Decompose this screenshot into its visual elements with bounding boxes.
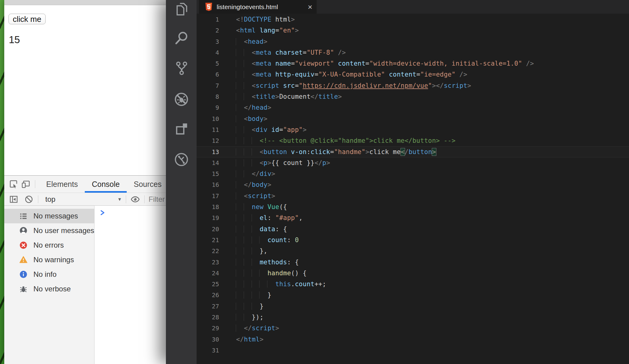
sidebar-item-verbose[interactable]: No verbose xyxy=(4,282,94,296)
tab-elements[interactable]: Elements xyxy=(39,176,85,193)
search-icon[interactable] xyxy=(166,27,197,49)
count-value: 15 xyxy=(9,34,20,46)
context-selector[interactable]: top ▼ xyxy=(45,195,122,204)
sidebar-item-errors[interactable]: No errors xyxy=(4,238,94,252)
close-icon[interactable]: × xyxy=(308,3,312,11)
sidebar-item-label: No user messages xyxy=(33,226,94,235)
source-control-icon[interactable] xyxy=(166,57,197,79)
sidebar-item-user-messages[interactable]: No user messages xyxy=(4,223,94,238)
user-icon xyxy=(19,227,27,235)
debug-icon[interactable] xyxy=(166,88,197,110)
explorer-icon[interactable] xyxy=(166,0,197,20)
sidebar-item-warnings[interactable]: No warnings xyxy=(4,252,94,267)
sidebar-item-label: No warnings xyxy=(33,256,94,264)
code-editor[interactable]: 1<!DOCTYPE html>2<html lang="en">3 <head… xyxy=(197,14,629,364)
bug-icon xyxy=(19,285,27,293)
inspect-element-icon[interactable] xyxy=(9,179,19,189)
tab-filename: listeningtoevents.html xyxy=(217,3,304,11)
editor-tab-bar: listeningtoevents.html × xyxy=(197,0,629,14)
toolbar-separator xyxy=(126,195,126,203)
tab-console[interactable]: Console xyxy=(85,176,127,193)
tab-sources[interactable]: Sources xyxy=(127,176,169,193)
sidebar-item-all-messages[interactable]: No messages xyxy=(4,209,94,223)
sidebar-item-label: No verbose xyxy=(33,285,94,293)
error-icon xyxy=(19,241,27,249)
toolbar-separator xyxy=(38,195,38,203)
toolbar-separator xyxy=(144,195,145,203)
sidebar-item-label: No info xyxy=(33,270,94,279)
device-toolbar-icon[interactable] xyxy=(21,179,31,189)
desktop-wallpaper: click me 15 Elements Console Sources xyxy=(0,0,629,364)
message-list-icon xyxy=(19,212,27,220)
editor-tab[interactable]: listeningtoevents.html × xyxy=(199,0,317,14)
warning-icon xyxy=(19,256,27,264)
code-lines[interactable]: 1<!DOCTYPE html>2<html lang="en">3 <head… xyxy=(197,14,629,356)
console-sidebar: No messages No user messages No errors N… xyxy=(4,206,95,364)
info-icon xyxy=(19,270,27,278)
console-sidebar-toggle-icon[interactable] xyxy=(9,194,19,204)
clear-console-icon[interactable] xyxy=(24,194,34,204)
devtools-tabs: Elements Console Sources xyxy=(39,176,169,193)
chevron-down-icon: ▼ xyxy=(117,197,122,202)
vscode-window: listeningtoevents.html × 1<!DOCTYPE html… xyxy=(166,0,629,364)
sidebar-item-label: No messages xyxy=(33,212,94,220)
toolbar-separator xyxy=(35,180,35,188)
circle-branch-icon[interactable] xyxy=(166,149,197,170)
console-prompt-icon[interactable] xyxy=(100,210,105,217)
click-me-button[interactable]: click me xyxy=(9,14,46,24)
html5-icon xyxy=(205,3,212,11)
sidebar-item-info[interactable]: No info xyxy=(4,267,94,282)
sidebar-item-label: No errors xyxy=(33,241,94,249)
live-expression-eye-icon[interactable] xyxy=(130,194,140,204)
activity-bar xyxy=(166,0,197,364)
context-selector-value: top xyxy=(45,195,55,204)
extensions-icon[interactable] xyxy=(166,118,197,140)
filter-input[interactable]: Filter xyxy=(149,195,165,204)
